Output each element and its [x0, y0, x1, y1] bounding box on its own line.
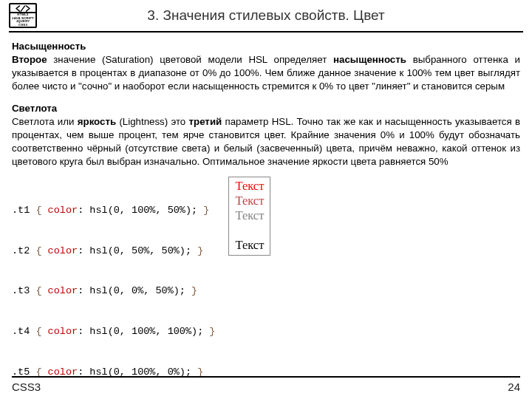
section-head-lightness: Светлота [12, 102, 520, 115]
preview-text-2: Текст [235, 194, 264, 208]
preview-text-4: Текст [235, 223, 264, 238]
bold-word: третий [189, 116, 222, 127]
tech-logo: HTML5 JAVA SCRIPT JQUERY CSS3 [9, 3, 37, 28]
footer-rule [12, 376, 520, 378]
code-and-preview: .t1 { color: hsl(0, 100%, 50%); } .t2 { … [12, 177, 520, 399]
bold-word: насыщенность [333, 54, 406, 65]
bold-word: Второе [12, 54, 47, 65]
footer: CSS3 24 [0, 376, 532, 399]
footer-left: CSS3 [12, 381, 41, 393]
preview-box: Текст Текст Текст Текст Текст [228, 177, 270, 256]
preview-text-5: Текст [235, 238, 264, 253]
preview-text-3: Текст [235, 208, 264, 223]
saturation-paragraph: Второе значение (Saturation) цветовой мо… [12, 53, 520, 93]
lightness-paragraph: Светлота или яркость (Lightness) это тре… [12, 115, 520, 168]
code-line: .t1 { color: hsl(0, 100%, 50%); } [12, 204, 215, 217]
text: (Lightness) это [116, 116, 188, 127]
header: HTML5 JAVA SCRIPT JQUERY CSS3 3. Значени… [0, 0, 532, 31]
code-line: .t2 { color: hsl(0, 50%, 50%); } [12, 245, 215, 258]
code-block: .t1 { color: hsl(0, 100%, 50%); } .t2 { … [12, 177, 215, 399]
code-line: .t3 { color: hsl(0, 0%, 50%); } [12, 284, 215, 298]
page-number: 24 [508, 381, 520, 393]
section-head-saturation: Насыщенность [12, 40, 520, 53]
code-line: .t4 { color: hsl(0, 100%, 100%); } [12, 325, 215, 338]
content-area: Насыщенность Второе значение (Saturation… [0, 33, 532, 399]
bold-word: яркость [78, 116, 116, 127]
text: Светлота или [12, 116, 78, 127]
preview-text-1: Текст [235, 179, 264, 194]
page-title: 3. Значения стилевых свойств. Цвет [37, 7, 523, 24]
logo-text: HTML5 JAVA SCRIPT JQUERY CSS3 [10, 13, 35, 27]
logo-line: CSS3 [18, 24, 27, 27]
text: значение (Saturation) цветовой модели HS… [47, 54, 334, 65]
